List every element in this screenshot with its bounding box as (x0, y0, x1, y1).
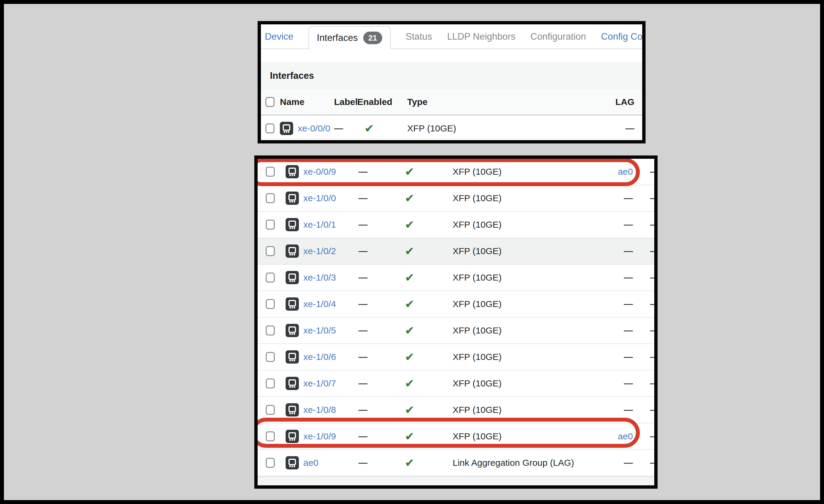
clipped-next-column-dash: — (650, 405, 657, 415)
tab-label: Config Conte (601, 31, 645, 42)
interface-link[interactable]: xe-1/0/6 (303, 352, 336, 362)
check-icon: ✔ (365, 122, 374, 135)
name-cell: ae0 (286, 456, 318, 470)
interface-link[interactable]: xe-1/0/8 (303, 405, 336, 415)
tab-configuration[interactable]: Configuration (531, 31, 586, 42)
ethernet-port-icon (286, 350, 299, 364)
label-empty-dash: — (358, 246, 368, 256)
clipped-next-column-dash: — (650, 458, 657, 468)
label-empty-dash: — (358, 299, 368, 309)
check-icon: ✔ (405, 192, 414, 205)
interface-row-xe-1-0-7: xe-1/0/7—✔XFP (10GE)—— (258, 371, 654, 397)
interface-row-xe-0-0-9: xe-0/0/9—✔XFP (10GE)ae0— (258, 159, 654, 185)
check-icon: ✔ (405, 218, 414, 231)
interface-link[interactable]: xe-1/0/3 (303, 272, 336, 283)
tab-config-conte[interactable]: Config Conte (601, 31, 645, 42)
enabled-cell: ✔ (398, 430, 422, 443)
select-all-checkbox[interactable] (266, 97, 275, 107)
row-checkbox-cell (266, 167, 275, 177)
row-checkbox[interactable] (266, 326, 275, 336)
name-cell: xe-1/0/4 (286, 297, 336, 310)
row-checkbox[interactable] (266, 352, 275, 362)
interface-type: XFP (10GE) (407, 123, 456, 133)
row-checkbox-cell (266, 124, 275, 133)
label-empty-dash: — (358, 220, 368, 230)
row-checkbox[interactable] (266, 379, 275, 388)
enabled-cell: ✔ (398, 193, 422, 204)
row-checkbox-cell (266, 273, 275, 283)
column-header-type[interactable]: Type (407, 97, 428, 107)
column-header-lag[interactable]: LAG (615, 97, 634, 107)
ethernet-port-icon (286, 403, 299, 416)
interface-link[interactable]: xe-1/0/0 (303, 193, 336, 203)
interface-link[interactable]: xe-0/0/9 (303, 166, 336, 177)
table-header: NameLabelEnabledTypeLAG (261, 89, 642, 116)
clipped-next-column-dash: — (650, 166, 657, 177)
interface-link[interactable]: ae0 (303, 458, 318, 468)
tab-label: Configuration (531, 31, 586, 42)
column-header-name[interactable]: Name (280, 97, 305, 107)
tab-status[interactable]: Status (406, 31, 432, 42)
enabled-cell: ✔ (398, 404, 422, 416)
table-body: xe-0/0/0—✔XFP (10GE)— (261, 116, 642, 142)
interface-link[interactable]: xe-1/0/2 (303, 246, 336, 256)
lag-empty-dash: — (624, 352, 633, 362)
enabled-cell: ✔ (398, 245, 422, 257)
interface-link[interactable]: xe-1/0/9 (303, 431, 336, 442)
column-header-label[interactable]: Label (334, 97, 357, 107)
screenshot-canvas: DeviceInterfaces21StatusLLDP NeighborsCo… (0, 0, 824, 504)
label-empty-dash: — (358, 326, 368, 336)
ethernet-port-icon (286, 430, 299, 443)
check-icon: ✔ (405, 245, 414, 257)
column-header-enabled[interactable]: Enabled (357, 97, 381, 107)
select-all-cell (266, 97, 275, 107)
interface-type: XFP (10GE) (452, 246, 502, 256)
ethernet-port-icon (286, 245, 299, 258)
tab-bar: DeviceInterfaces21StatusLLDP NeighborsCo… (261, 24, 642, 49)
enabled-cell: ✔ (398, 298, 422, 310)
name-cell: xe-1/0/0 (286, 192, 336, 205)
interface-type: XFP (10GE) (452, 299, 502, 309)
name-cell: xe-0/0/9 (286, 165, 336, 178)
interface-link[interactable]: xe-1/0/7 (303, 378, 336, 388)
interface-type: XFP (10GE) (452, 272, 502, 283)
row-checkbox-cell (266, 405, 275, 415)
ethernet-port-icon (286, 456, 299, 470)
row-checkbox[interactable] (266, 220, 275, 230)
row-checkbox[interactable] (266, 458, 275, 468)
row-checkbox[interactable] (266, 194, 275, 203)
lag-empty-dash: — (624, 272, 633, 283)
row-checkbox[interactable] (266, 405, 275, 415)
row-checkbox[interactable] (266, 167, 275, 177)
interface-link[interactable]: xe-1/0/4 (303, 299, 336, 309)
clipped-next-column-dash: — (650, 272, 657, 283)
name-cell: xe-1/0/8 (286, 403, 336, 416)
lag-link[interactable]: ae0 (618, 166, 633, 177)
interface-row-xe-1-0-1: xe-1/0/1—✔XFP (10GE)—— (258, 212, 654, 238)
row-checkbox-cell (266, 458, 275, 468)
ethernet-port-icon (286, 192, 299, 205)
row-checkbox[interactable] (266, 431, 275, 442)
interface-link[interactable]: xe-1/0/5 (303, 326, 336, 336)
interfaces-bottom-panel: xe-0/0/9—✔XFP (10GE)ae0—xe-1/0/0—✔XFP (1… (254, 155, 657, 489)
interface-link[interactable]: xe-0/0/0 (298, 123, 330, 133)
interface-type: XFP (10GE) (452, 220, 502, 230)
lag-empty-dash: — (624, 220, 633, 230)
tab-interfaces[interactable]: Interfaces21 (308, 26, 391, 49)
interface-row-xe-1-0-4: xe-1/0/4—✔XFP (10GE)—— (258, 291, 654, 318)
row-checkbox[interactable] (266, 246, 275, 256)
card-header: Interfaces (261, 62, 642, 89)
interface-link[interactable]: xe-1/0/1 (303, 220, 336, 230)
clipped-next-column-dash: — (650, 220, 657, 230)
label-empty-dash: — (358, 405, 368, 415)
lag-link[interactable]: ae0 (618, 431, 633, 442)
row-checkbox[interactable] (266, 299, 275, 309)
lag-empty-dash: — (625, 123, 634, 133)
row-checkbox[interactable] (266, 273, 275, 283)
interface-type: XFP (10GE) (452, 431, 502, 442)
name-cell: xe-1/0/1 (286, 218, 336, 231)
tab-lldp-neighbors[interactable]: LLDP Neighbors (447, 31, 516, 42)
check-icon: ✔ (405, 430, 414, 443)
tab-device[interactable]: Device (265, 31, 293, 42)
row-checkbox[interactable] (266, 124, 275, 133)
